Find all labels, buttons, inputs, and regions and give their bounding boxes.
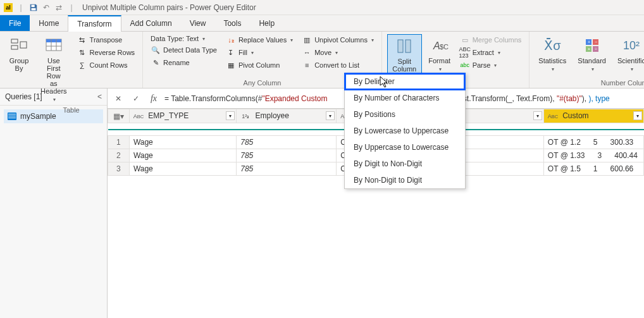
count-icon: ∑ [77, 60, 87, 70]
scientific-icon: 10² [621, 35, 641, 56]
use-first-row-button[interactable]: Use First Row as Headers ▾ [37, 34, 71, 105]
pivot-icon: ▦ [226, 60, 236, 70]
svg-rect-11 [406, 40, 411, 52]
svg-text:+: + [588, 40, 590, 44]
cell-emp-type[interactable]: Wage [129, 136, 236, 149]
replace-icon: ↓₂ [226, 35, 236, 45]
list-icon: ≡ [302, 60, 312, 70]
move-button[interactable]: ↔Move▾ [299, 47, 376, 58]
number-column-group-label: Number Column [535, 78, 644, 87]
extract-button[interactable]: ABC123Extract▾ [457, 47, 524, 58]
scientific-button[interactable]: 10² Scientific▾ [614, 34, 644, 78]
pivot-button[interactable]: ▦Pivot Column [223, 59, 295, 71]
menu-non-to-digit[interactable]: By Non-Digit to Digit [345, 172, 465, 188]
tab-transform[interactable]: Transform [68, 15, 121, 32]
format-label: Format▾ [428, 57, 450, 73]
cell-employee[interactable]: 785 [237, 136, 337, 149]
any-column-group-label: Any Column [148, 78, 376, 87]
menu-by-positions[interactable]: By Positions [345, 106, 465, 123]
rename-icon: ✎ [151, 58, 161, 68]
menu-upper-to-lower[interactable]: By Uppercase to Lowercase [345, 139, 465, 156]
tab-tools[interactable]: Tools [214, 15, 250, 31]
queries-pane: Queries [1] < mySample [0, 89, 108, 318]
svg-text:−: − [595, 40, 597, 44]
ribbon: Group By Use First Row as Headers ▾ ⇆Tra… [0, 32, 644, 89]
svg-rect-0 [32, 4, 35, 7]
cell-custom[interactable]: OT @ 1.333400.44 [543, 149, 643, 162]
group-by-label: Group By [9, 57, 29, 72]
unpivot-icon: ▥ [302, 35, 312, 45]
move-icon: ↔ [302, 47, 312, 58]
col-filter-icon[interactable]: ▾ [326, 111, 335, 120]
fill-button[interactable]: ↧Fill▾ [223, 47, 295, 58]
menu-by-delimiter[interactable]: By Delimiter [345, 73, 465, 90]
col-emp-type[interactable]: ABC EMP_TYPE ▾ [129, 109, 236, 123]
table-corner[interactable]: ▦▾ [108, 109, 130, 123]
ribbon-tabs: File Home Transform Add Column View Tool… [0, 15, 644, 32]
menu-by-number-of-characters[interactable]: By Number of Characters [345, 90, 465, 106]
cell-employee[interactable]: 785 [237, 149, 337, 162]
fill-icon: ↧ [226, 47, 236, 58]
cell-custom[interactable]: OT @ 1.25300.33 [543, 136, 643, 149]
stats-label: Statistics▾ [538, 57, 566, 73]
count-rows-button[interactable]: ∑Count Rows [75, 59, 138, 71]
merge-columns-button[interactable]: ▭Merge Columns [457, 34, 524, 46]
tab-help[interactable]: Help [250, 15, 283, 31]
svg-rect-4 [20, 42, 27, 48]
standard-label: Standard▾ [578, 57, 606, 73]
headers-icon [44, 35, 64, 56]
unpivot-button[interactable]: ▥Unpivot Columns▾ [299, 34, 376, 46]
convert-list-button[interactable]: ≡Convert to List [299, 59, 376, 71]
tab-add-column[interactable]: Add Column [121, 15, 181, 31]
rename-button[interactable]: ✎Rename [148, 57, 220, 68]
save-icon[interactable] [28, 2, 39, 13]
qat-separator: | [15, 2, 27, 13]
transpose-icon: ⇆ [77, 35, 87, 45]
statistics-button[interactable]: X̄σ Statistics▾ [535, 34, 570, 78]
redo-icon[interactable]: ⇄ [53, 2, 65, 13]
col-custom[interactable]: ABC Custom ▾ [543, 109, 643, 123]
cell-custom[interactable]: OT @ 1.51600.66 [543, 162, 643, 176]
fx-icon[interactable]: fx [147, 92, 161, 106]
group-by-button[interactable]: Group By [5, 34, 33, 105]
split-column-icon [394, 36, 414, 56]
row-index: 3 [108, 162, 130, 176]
col-filter-icon[interactable]: ▾ [226, 111, 235, 120]
row-index: 1 [108, 136, 130, 149]
replace-values-button[interactable]: ↓₂Replace Values▾ [223, 34, 295, 46]
title-bar: al | ↶ ⇄ | Unpivot Multiple Column pairs… [0, 0, 644, 15]
tab-file[interactable]: File [0, 15, 30, 31]
col-filter-icon[interactable]: ▾ [533, 111, 542, 120]
group-by-icon [9, 35, 29, 56]
svg-rect-3 [11, 46, 18, 49]
cell-emp-type[interactable]: Wage [129, 149, 236, 162]
standard-button[interactable]: +−×÷ Standard▾ [574, 34, 610, 78]
ribbon-group-number-column: X̄σ Statistics▾ +−×÷ Standard▾ 10² Scien… [529, 32, 644, 88]
cell-emp-type[interactable]: Wage [129, 162, 236, 176]
use-first-row-label: Use First Row as Headers ▾ [40, 57, 67, 104]
svg-rect-10 [398, 40, 403, 52]
app-icon: al [3, 2, 14, 13]
text-type-icon: ABC [133, 112, 144, 121]
col-employee[interactable]: 1²₃ Employee ▾ [237, 109, 337, 123]
col-filter-icon[interactable]: ▾ [633, 111, 642, 120]
detect-type-button[interactable]: 🔍Detect Data Type [148, 44, 220, 56]
svg-text:×: × [588, 47, 590, 51]
transpose-button[interactable]: ⇆Transpose [75, 34, 138, 46]
undo-icon[interactable]: ↶ [40, 2, 52, 13]
menu-digit-to-non[interactable]: By Digit to Non-Digit [345, 156, 465, 172]
merge-icon: ▭ [460, 35, 470, 45]
tab-view[interactable]: View [181, 15, 215, 31]
parse-icon: abc [460, 60, 470, 70]
cell-employee[interactable]: 785 [237, 162, 337, 176]
svg-rect-6 [46, 39, 61, 42]
menu-lower-to-upper[interactable]: By Lowercase to Uppercase [345, 123, 465, 139]
parse-button[interactable]: abcParse▾ [457, 59, 524, 71]
data-type-button[interactable]: Data Type: Text▾ [148, 34, 220, 43]
reverse-rows-button[interactable]: ⇅Reverse Rows [75, 47, 138, 58]
extract-icon: ABC123 [460, 47, 470, 58]
standard-icon: +−×÷ [582, 35, 602, 56]
window-title: Unpivot Multiple Column pairs - Power Qu… [82, 3, 256, 12]
format-icon: A$C [430, 35, 450, 56]
tab-home[interactable]: Home [30, 15, 68, 31]
